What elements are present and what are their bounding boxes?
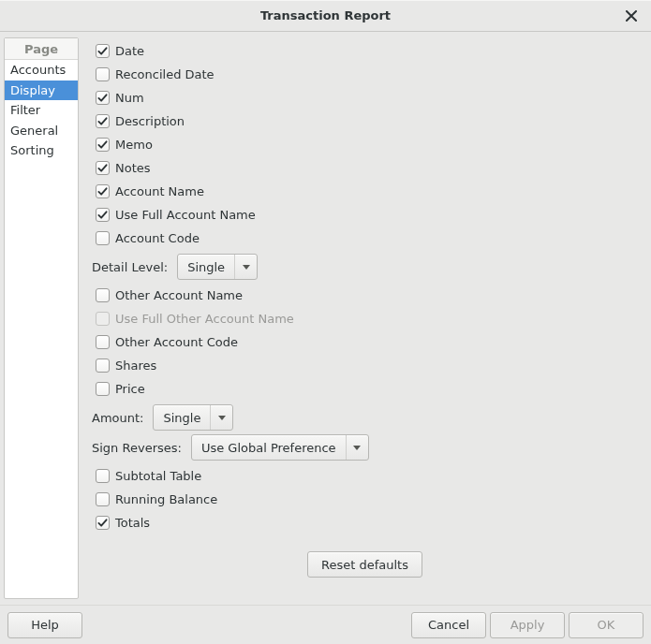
option-description: Description	[92, 110, 638, 133]
cancel-button[interactable]: Cancel	[411, 612, 486, 638]
option-other-account-code: Other Account Code	[92, 330, 638, 354]
checkbox-date[interactable]	[96, 44, 110, 58]
label-account-name: Account Name	[115, 184, 204, 198]
label-other-account-code: Other Account Code	[115, 335, 238, 349]
option-notes: Notes	[92, 156, 638, 180]
label-use-full-account-name: Use Full Account Name	[115, 208, 256, 222]
option-date: Date	[92, 39, 638, 63]
main-area: Page Accounts Display Filter General Sor…	[0, 32, 651, 605]
option-num: Num	[92, 86, 638, 110]
chevron-down-icon	[210, 405, 232, 430]
label-sign-reverses: Sign Reverses:	[92, 441, 182, 455]
label-running-balance: Running Balance	[115, 492, 217, 506]
checkbox-price[interactable]	[96, 382, 110, 396]
reset-defaults-button[interactable]: Reset defaults	[307, 551, 422, 578]
sidebar-item-general[interactable]: General	[5, 121, 78, 141]
reset-row: Reset defaults	[92, 551, 638, 578]
sign-reverses-row: Sign Reverses: Use Global Preference	[92, 434, 638, 461]
checkbox-use-full-account-name[interactable]	[96, 208, 110, 222]
display-options: Date Reconciled Date Num Description Mem…	[79, 32, 651, 605]
sidebar-header: Page	[5, 38, 78, 60]
label-reconciled-date: Reconciled Date	[115, 67, 215, 81]
checkbox-description[interactable]	[96, 114, 110, 128]
label-detail-level: Detail Level:	[92, 260, 168, 274]
checkbox-other-account-name[interactable]	[96, 288, 110, 302]
sidebar-item-filter[interactable]: Filter	[5, 100, 78, 121]
page-sidebar: Page Accounts Display Filter General Sor…	[4, 37, 79, 599]
checkbox-totals[interactable]	[96, 516, 110, 530]
option-running-balance: Running Balance	[92, 488, 638, 511]
checkbox-use-full-other-account-name	[96, 312, 110, 326]
option-use-full-other-account-name: Use Full Other Account Name	[92, 307, 638, 330]
option-reconciled-date: Reconciled Date	[92, 63, 638, 86]
dialog-footer: Help Cancel Apply OK	[0, 605, 651, 644]
checkbox-memo[interactable]	[96, 138, 110, 152]
label-totals: Totals	[115, 516, 150, 530]
combo-amount-value: Single	[154, 405, 210, 430]
detail-level-row: Detail Level: Single	[92, 254, 638, 280]
combo-detail-level-value: Single	[178, 255, 234, 279]
close-icon	[626, 10, 637, 22]
combo-sign-reverses-value: Use Global Preference	[192, 435, 346, 460]
label-use-full-other-account-name: Use Full Other Account Name	[115, 312, 294, 326]
sidebar-item-display[interactable]: Display	[5, 80, 78, 101]
option-price: Price	[92, 377, 638, 401]
label-notes: Notes	[115, 161, 151, 175]
window-title: Transaction Report	[260, 8, 391, 22]
sidebar-item-sorting[interactable]: Sorting	[5, 140, 78, 161]
option-memo: Memo	[92, 133, 638, 156]
checkbox-account-name[interactable]	[96, 184, 110, 198]
combo-amount[interactable]: Single	[153, 404, 233, 431]
help-button[interactable]: Help	[7, 612, 82, 638]
label-memo: Memo	[115, 138, 153, 152]
checkbox-subtotal-table[interactable]	[96, 469, 110, 483]
label-num: Num	[115, 91, 144, 105]
checkbox-other-account-code[interactable]	[96, 335, 110, 349]
option-account-name: Account Name	[92, 180, 638, 203]
option-shares: Shares	[92, 354, 638, 377]
combo-detail-level[interactable]: Single	[177, 254, 258, 280]
combo-sign-reverses[interactable]: Use Global Preference	[191, 434, 369, 461]
option-other-account-name: Other Account Name	[92, 284, 638, 307]
label-date: Date	[115, 44, 144, 58]
close-button[interactable]	[621, 6, 642, 26]
checkbox-running-balance[interactable]	[96, 492, 110, 506]
checkbox-account-code[interactable]	[96, 231, 110, 245]
option-subtotal-table: Subtotal Table	[92, 464, 638, 488]
checkbox-num[interactable]	[96, 91, 110, 105]
chevron-down-icon	[346, 435, 368, 460]
amount-row: Amount: Single	[92, 404, 638, 431]
label-shares: Shares	[115, 359, 156, 373]
checkbox-shares[interactable]	[96, 359, 110, 373]
checkbox-notes[interactable]	[96, 161, 110, 175]
label-subtotal-table: Subtotal Table	[115, 469, 201, 483]
titlebar: Transaction Report	[0, 0, 651, 32]
label-description: Description	[115, 114, 185, 128]
sidebar-item-accounts[interactable]: Accounts	[5, 60, 78, 80]
label-amount: Amount:	[92, 411, 143, 425]
label-account-code: Account Code	[115, 231, 200, 245]
ok-button[interactable]: OK	[569, 612, 644, 638]
label-other-account-name: Other Account Name	[115, 288, 243, 302]
chevron-down-icon	[234, 255, 257, 279]
label-price: Price	[115, 382, 145, 396]
checkbox-reconciled-date[interactable]	[96, 67, 110, 81]
apply-button[interactable]: Apply	[490, 612, 565, 638]
option-account-code: Account Code	[92, 227, 638, 250]
option-use-full-account-name: Use Full Account Name	[92, 203, 638, 227]
option-totals: Totals	[92, 511, 638, 534]
